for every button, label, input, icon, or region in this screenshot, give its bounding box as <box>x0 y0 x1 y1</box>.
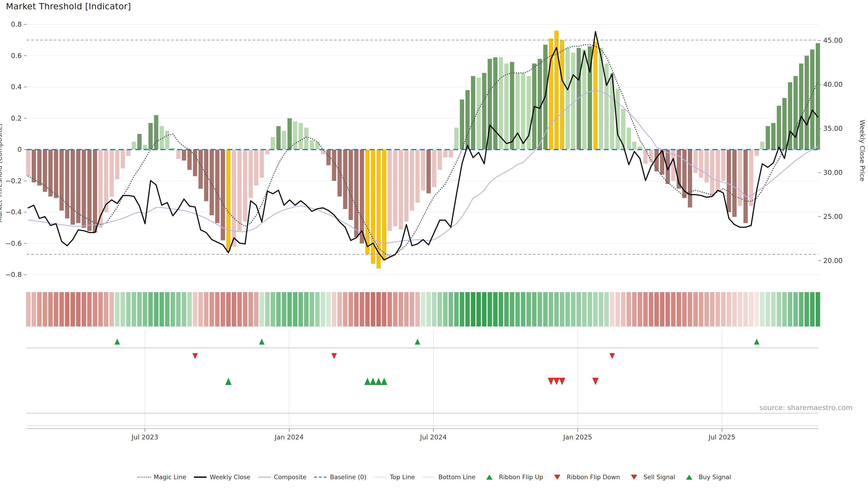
source-credit: source: sharemaestro.com <box>760 403 852 412</box>
composite-bar <box>232 150 236 247</box>
ribbon-cell <box>198 292 203 326</box>
legend-item-buy-signal: Buy Signal <box>682 474 731 481</box>
composite-bar <box>282 131 286 150</box>
ribbon-cell <box>710 292 715 326</box>
ribbon-cell <box>165 292 169 326</box>
left-axis-tick-label: 0.2 <box>11 114 22 122</box>
ribbon-cell <box>399 292 403 326</box>
right-axis-tick-label: 40.00 <box>823 80 843 88</box>
composite-bar <box>415 150 420 203</box>
composite-bar <box>249 150 253 198</box>
ribbon-cell <box>176 292 181 326</box>
composite-bar <box>771 123 776 150</box>
ribbon-flip-up-marker <box>115 339 120 345</box>
ribbon-cell <box>70 292 75 326</box>
ribbon-cell <box>115 292 120 326</box>
composite-bar <box>454 128 459 150</box>
composite-bar <box>143 145 147 150</box>
composite-bar <box>265 150 270 154</box>
composite-bar <box>760 142 765 150</box>
composite-bar <box>87 150 92 231</box>
composite-bar <box>154 115 158 150</box>
ribbon-cell <box>104 292 108 326</box>
composite-bar <box>404 150 408 222</box>
legend-swatch-tri-up-green <box>482 474 497 481</box>
composite-bar <box>382 150 386 261</box>
legend-swatch-solid-black <box>193 474 208 481</box>
composite-bar <box>293 121 297 150</box>
ribbon-cell <box>59 292 64 326</box>
composite-bar <box>727 150 731 212</box>
ribbon-cell <box>532 292 537 326</box>
legend-swatch-solid-lavender <box>257 474 272 481</box>
composite-bar <box>432 150 436 187</box>
ribbon-cell <box>170 292 175 326</box>
ribbon-cell <box>432 292 436 326</box>
composite-bar <box>193 150 197 176</box>
legend-item-magic-line: Magic Line <box>137 474 186 481</box>
ribbon-cell <box>627 292 631 326</box>
ribbon-cell <box>577 292 581 326</box>
ribbon-cell <box>727 292 731 326</box>
ribbon-cell <box>193 292 197 326</box>
ribbon-cell <box>326 292 331 326</box>
ribbon-cell <box>554 292 559 326</box>
composite-bar <box>471 76 475 150</box>
composite-bar <box>132 142 136 150</box>
composite-bar <box>754 150 759 156</box>
ribbon-cell <box>549 292 553 326</box>
composite-bar <box>449 150 453 158</box>
ribbon-cell <box>43 292 47 326</box>
ribbon-cell <box>148 292 153 326</box>
ribbon-flip-up-marker <box>415 339 420 345</box>
ribbon-cell <box>365 292 370 326</box>
sell-signal-marker <box>592 378 598 385</box>
chart-canvas: 0.80.60.40.20−0.2−0.4−0.6−0.845.0040.003… <box>0 0 868 488</box>
legend-swatch-dotted-fine <box>422 474 436 481</box>
ribbon-cell <box>321 292 325 326</box>
date-grid-lines <box>145 330 722 429</box>
ribbon-cell <box>537 292 542 326</box>
ribbon-cell <box>521 292 525 326</box>
composite-bar <box>37 150 41 186</box>
composite-bar <box>260 150 264 178</box>
x-axis-tick-label: Jul 2024 <box>420 433 447 441</box>
ribbon-cell <box>248 292 253 326</box>
x-axis-tick-label: Jul 2025 <box>708 433 735 441</box>
buy-signal-marker <box>375 378 382 385</box>
left-axis-tick-label: −0.6 <box>5 239 22 248</box>
composite-bar <box>327 150 331 165</box>
ribbon-cell <box>760 292 765 326</box>
ribbon-cell <box>582 292 587 326</box>
composite-bar <box>160 126 164 150</box>
ribbon-cell <box>265 292 270 326</box>
ribbon-cell <box>137 292 142 326</box>
ribbon-cell <box>393 292 398 326</box>
ribbon-cell <box>376 292 381 326</box>
ribbon-cell <box>237 292 242 326</box>
composite-bar <box>465 90 470 150</box>
ribbon-cell <box>815 292 820 326</box>
ribbon-cell <box>76 292 81 326</box>
ribbon-cell <box>215 292 219 326</box>
right-axis-tick-label: 45.00 <box>823 36 843 44</box>
ribbon-cell <box>315 292 320 326</box>
sell-signal-marker <box>548 378 554 385</box>
composite-bar <box>237 150 242 231</box>
composite-bar <box>710 150 714 197</box>
ribbon-cell <box>54 292 58 326</box>
ribbon-cell <box>348 292 353 326</box>
ribbon-cell <box>560 292 564 326</box>
composite-bar <box>121 150 125 168</box>
legend-item-ribbon-flip-up: Ribbon Flip Up <box>482 474 543 481</box>
composite-bar <box>515 73 520 150</box>
composite-bar <box>421 150 425 190</box>
ribbon-cell <box>98 292 103 326</box>
legend-item-label: Ribbon Flip Down <box>567 474 620 481</box>
ribbon-cell <box>87 292 92 326</box>
ribbon-cell <box>354 292 359 326</box>
composite-bar <box>215 150 219 223</box>
legend-item-bottom-line: Bottom Line <box>422 474 475 481</box>
composite-bar <box>287 119 292 150</box>
legend-item-label: Top Line <box>390 474 415 481</box>
